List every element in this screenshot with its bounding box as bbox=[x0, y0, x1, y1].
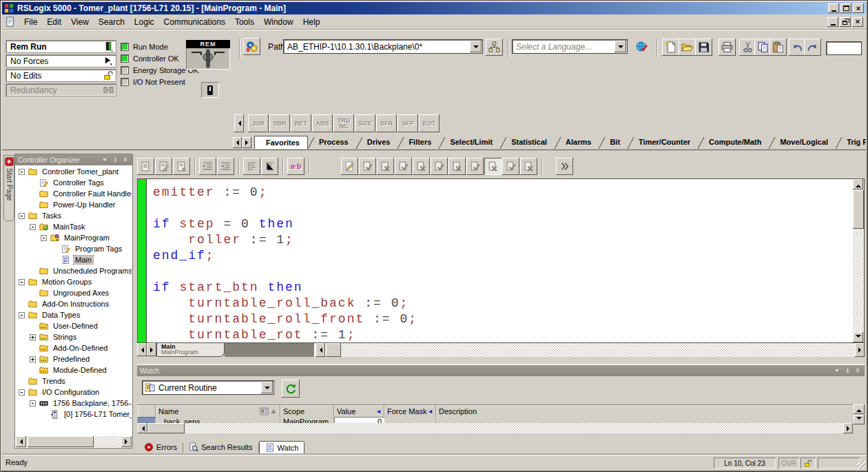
resize-grip[interactable] bbox=[856, 460, 865, 469]
results-tab-watch[interactable]: Watch bbox=[259, 441, 305, 455]
sort-options-icon[interactable] bbox=[260, 407, 269, 415]
collapse-icon[interactable]: - bbox=[19, 169, 25, 175]
tree-item-main[interactable]: 1Main bbox=[16, 254, 132, 265]
menu-window[interactable]: Window bbox=[259, 15, 298, 29]
line-select-button[interactable] bbox=[243, 158, 260, 175]
tree-item-i-o-configuration[interactable]: -I/O Configuration bbox=[16, 387, 132, 398]
save-button[interactable] bbox=[695, 39, 712, 56]
collapse-icon[interactable]: - bbox=[30, 224, 36, 230]
code-line[interactable]: turntable_roll_back := 0; bbox=[153, 296, 852, 311]
instruction-abs-button[interactable]: ABS bbox=[312, 114, 333, 132]
palette-tab-drives[interactable]: Drives bbox=[356, 136, 398, 149]
sort-direction-icon[interactable] bbox=[271, 407, 276, 413]
chevron-down-icon[interactable] bbox=[470, 41, 482, 52]
instruction-sbr-button[interactable]: SBR bbox=[269, 114, 290, 132]
watch-vscroll[interactable] bbox=[854, 404, 865, 424]
refresh-button[interactable] bbox=[282, 380, 300, 398]
chevron-down-icon[interactable] bbox=[261, 382, 273, 393]
scroll-right-icon[interactable] bbox=[121, 436, 132, 447]
rswho-button[interactable] bbox=[243, 38, 260, 55]
tab-scroll-left-icon[interactable] bbox=[137, 343, 147, 356]
column-header-force-mask[interactable]: Force Mask◄ bbox=[384, 405, 436, 417]
palette-tab-trig-functions[interactable]: Trig Functions bbox=[836, 136, 866, 149]
collapse-icon[interactable]: - bbox=[19, 213, 25, 219]
menu-file[interactable]: File bbox=[19, 15, 42, 29]
new-button[interactable] bbox=[662, 39, 679, 56]
palette-tab-alarms[interactable]: Alarms bbox=[555, 136, 599, 149]
menu-logic[interactable]: Logic bbox=[130, 15, 159, 29]
code-line[interactable]: end_if; bbox=[153, 248, 852, 264]
tree-item-module-defined[interactable]: Module-Defined bbox=[16, 365, 132, 376]
tree-item-program-tags[interactable]: Program Tags bbox=[16, 243, 132, 254]
document-icon[interactable] bbox=[5, 17, 15, 27]
organizer-hscrollbar[interactable] bbox=[16, 436, 132, 447]
code-line[interactable]: emitter := 0; bbox=[153, 185, 852, 201]
code-vscrollbar[interactable] bbox=[853, 179, 864, 342]
scroll-right-icon[interactable] bbox=[843, 423, 853, 433]
palette-tab-select-limit[interactable]: Select/Limit bbox=[439, 136, 500, 149]
menu-search[interactable]: Search bbox=[94, 15, 130, 29]
cancel-rung-edits-button[interactable] bbox=[413, 158, 430, 175]
palette-scroll-left-button[interactable] bbox=[234, 114, 244, 132]
tree-item-controller-fault-handler[interactable]: Controller Fault Handler bbox=[16, 188, 132, 199]
cell-description[interactable] bbox=[436, 417, 853, 423]
expand-icon[interactable]: + bbox=[30, 356, 36, 362]
scroll-thumb[interactable] bbox=[28, 436, 94, 447]
menu-edit[interactable]: Edit bbox=[42, 15, 66, 29]
watch-scope-combo[interactable]: Current Routine bbox=[142, 380, 274, 395]
pin-icon[interactable] bbox=[843, 367, 851, 375]
cancel-program-edits-button[interactable] bbox=[377, 158, 394, 175]
close-icon[interactable]: × bbox=[121, 156, 130, 164]
maximize-button[interactable] bbox=[840, 3, 851, 13]
palette-tab-move-logical[interactable]: Move/Logical bbox=[769, 136, 836, 149]
tree-item-tasks[interactable]: -Tasks bbox=[16, 210, 132, 221]
scroll-down-icon[interactable] bbox=[853, 332, 863, 342]
tree-item-data-types[interactable]: -Data Types bbox=[16, 309, 132, 320]
language-combo[interactable]: Select a Language... bbox=[512, 39, 628, 54]
scroll-left-icon[interactable] bbox=[138, 423, 147, 433]
scroll-left-icon[interactable] bbox=[316, 343, 325, 357]
cell-scope[interactable]: MainProgram bbox=[280, 417, 334, 423]
tree-item-1756-backplane-1756-a7[interactable]: -1756 Backplane, 1756-A7 bbox=[16, 398, 132, 409]
tab-scroll-right-icon[interactable] bbox=[147, 343, 156, 356]
scroll-up-icon[interactable] bbox=[854, 404, 865, 414]
mode-box[interactable]: Rem Run bbox=[6, 40, 116, 53]
column-header-name[interactable]: Name bbox=[156, 405, 280, 417]
tabs-scroll-left-button[interactable] bbox=[233, 137, 242, 148]
menu-tools[interactable]: Tools bbox=[230, 15, 259, 29]
instruction-size-button[interactable]: SIZE bbox=[355, 114, 375, 132]
tree-item--0-1756-l71-tomer-plant[interactable]: [0] 1756-L71 Tomer_plant bbox=[16, 409, 132, 420]
tabs-scroll-right-button[interactable] bbox=[242, 137, 251, 148]
scroll-down-icon[interactable] bbox=[854, 415, 865, 424]
collapse-icon[interactable]: - bbox=[19, 312, 25, 318]
untest-edits-button[interactable] bbox=[520, 158, 537, 175]
tree-item-mainprogram[interactable]: -MainProgram bbox=[16, 232, 132, 243]
instruction-trunc-button[interactable]: TRUNC bbox=[333, 114, 354, 132]
panel-menu-button[interactable] bbox=[833, 367, 841, 375]
minimize-button[interactable] bbox=[828, 3, 839, 13]
instruction-sfr-button[interactable]: SFR bbox=[376, 114, 397, 132]
collapse-icon[interactable]: - bbox=[41, 235, 47, 241]
palette-tab-filters[interactable]: Filters bbox=[397, 136, 439, 149]
tree-item-strings[interactable]: +Strings bbox=[16, 331, 132, 342]
code-line[interactable]: turntable_rot := 1; bbox=[153, 327, 852, 342]
expand-icon[interactable]: + bbox=[30, 334, 36, 340]
quick-entry-input[interactable] bbox=[826, 41, 862, 55]
indent-button[interactable] bbox=[199, 158, 216, 175]
palette-tab-timer-counter[interactable]: Timer/Counter bbox=[628, 136, 698, 149]
collapse-icon[interactable]: - bbox=[30, 400, 36, 407]
language-verify-button[interactable] bbox=[633, 38, 650, 55]
code-line[interactable] bbox=[153, 201, 852, 216]
paste-button[interactable] bbox=[769, 39, 787, 56]
start-pending-edits-button[interactable] bbox=[341, 158, 358, 175]
child-restore-button[interactable] bbox=[840, 17, 851, 27]
menu-help[interactable]: Help bbox=[298, 15, 325, 29]
print-button[interactable] bbox=[719, 39, 736, 56]
column-header-description[interactable]: Description bbox=[436, 405, 853, 417]
palette-tab-bit[interactable]: Bit bbox=[599, 136, 628, 149]
tree-item-ungrouped-axes[interactable]: Ungrouped Axes bbox=[16, 287, 132, 298]
instruction-ret-button[interactable]: RET bbox=[291, 114, 311, 132]
finalize-edits-button[interactable] bbox=[466, 158, 484, 175]
watch-row[interactable]: back_sensMainProgram0 bbox=[138, 417, 853, 423]
outdent-button[interactable] bbox=[217, 158, 234, 175]
